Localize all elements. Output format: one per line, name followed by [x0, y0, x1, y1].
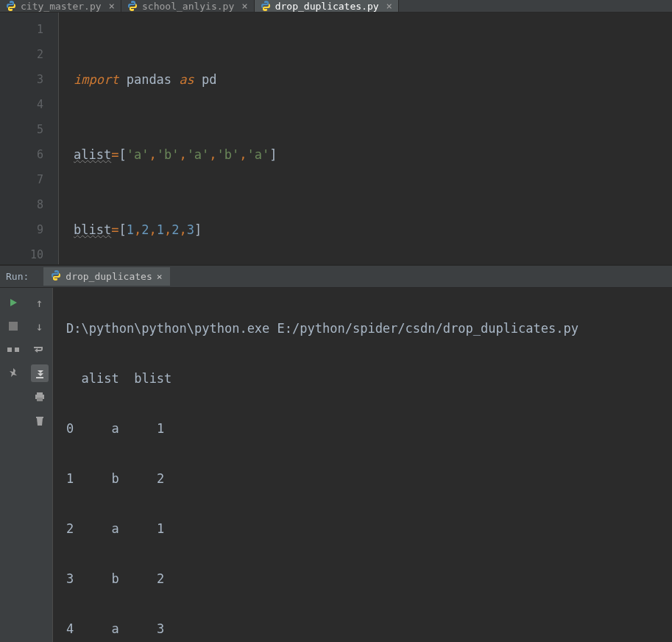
console-line: 4 a 3 — [66, 616, 659, 641]
scroll-up-button[interactable] — [31, 294, 49, 311]
run-panel: Run: drop_duplicates × D:\python\python\… — [0, 266, 672, 642]
tab-city-master[interactable]: city_master.py × — [0, 0, 121, 12]
run-body: D:\python\python\python.exe E:/python/sp… — [0, 288, 672, 642]
editor-area: 1 2 3 4 5 6 7 8 9 10 import pandas as pd… — [0, 13, 672, 265]
code-line: alist=['a','b','a','b','a'] — [59, 142, 672, 167]
console-line: 1 b 2 — [66, 466, 659, 491]
line-number: 7 — [0, 167, 58, 192]
console-output[interactable]: D:\python\python\python.exe E:/python/sp… — [53, 288, 672, 642]
svg-rect-7 — [36, 417, 43, 418]
layout-button[interactable] — [4, 341, 22, 359]
close-icon[interactable]: × — [241, 0, 247, 12]
svg-rect-2 — [15, 348, 19, 352]
line-number: 6 — [0, 142, 58, 167]
console-line: D:\python\python\python.exe E:/python/sp… — [66, 316, 659, 341]
line-number: 4 — [0, 92, 58, 117]
python-file-icon — [6, 1, 16, 11]
console-line: alist blist — [66, 366, 659, 391]
run-toolbar-left — [0, 288, 26, 642]
code-line: blist=[1,2,1,2,3] — [59, 217, 672, 242]
line-gutter: 1 2 3 4 5 6 7 8 9 10 — [0, 13, 59, 264]
close-icon[interactable]: × — [109, 0, 115, 12]
line-number: 10 — [0, 242, 58, 267]
python-file-icon — [51, 270, 61, 283]
run-label: Run: — [6, 271, 29, 282]
svg-rect-0 — [9, 322, 18, 331]
run-panel-header: Run: drop_duplicates × — [0, 266, 672, 288]
line-number: 9 — [0, 217, 58, 242]
svg-rect-6 — [37, 398, 43, 401]
svg-rect-3 — [36, 377, 43, 378]
rerun-button[interactable] — [4, 294, 22, 311]
pin-button[interactable] — [4, 364, 22, 382]
line-number: 1 — [0, 17, 58, 42]
tabs-bar: city_master.py × school_anlyis.py × drop… — [0, 0, 672, 13]
run-tab-label: drop_duplicates — [66, 271, 152, 282]
console-line: 2 a 1 — [66, 516, 659, 541]
tab-label: drop_duplicates.py — [275, 1, 379, 12]
close-icon[interactable]: × — [386, 0, 392, 12]
scroll-to-end-button[interactable] — [31, 364, 49, 382]
line-number: 3 — [0, 67, 58, 92]
console-line: 3 b 2 — [66, 566, 659, 591]
tab-label: school_anlyis.py — [142, 1, 234, 12]
trash-button[interactable] — [31, 412, 49, 429]
code-editor[interactable]: import pandas as pd alist=['a','b','a','… — [59, 13, 672, 264]
tab-label: city_master.py — [21, 1, 102, 12]
line-number: 8 — [0, 192, 58, 217]
svg-rect-4 — [37, 392, 43, 395]
close-icon[interactable]: × — [157, 271, 163, 282]
tab-drop-duplicates[interactable]: drop_duplicates.py × — [255, 0, 399, 12]
run-tab[interactable]: drop_duplicates × — [43, 267, 169, 286]
tab-school-anlyis[interactable]: school_anlyis.py × — [121, 0, 255, 12]
code-line: import pandas as pd — [59, 67, 672, 92]
svg-rect-1 — [7, 348, 12, 352]
soft-wrap-button[interactable] — [31, 341, 49, 359]
console-line: 0 a 1 — [66, 416, 659, 441]
line-number: 5 — [0, 117, 58, 142]
scroll-down-button[interactable] — [31, 317, 49, 335]
python-file-icon — [127, 1, 138, 11]
stop-button[interactable] — [4, 317, 22, 335]
print-button[interactable] — [31, 388, 49, 406]
python-file-icon — [261, 1, 271, 11]
run-toolbar-console — [26, 288, 53, 642]
line-number: 2 — [0, 42, 58, 67]
